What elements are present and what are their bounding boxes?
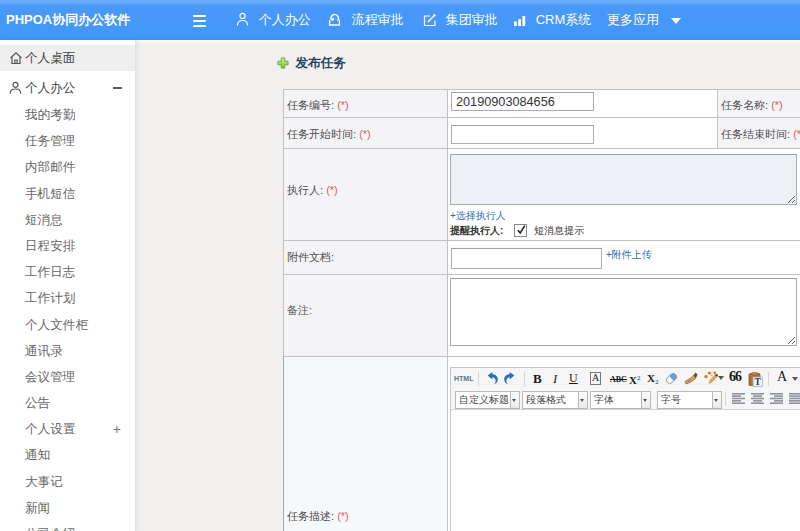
- svg-text:T: T: [755, 377, 762, 387]
